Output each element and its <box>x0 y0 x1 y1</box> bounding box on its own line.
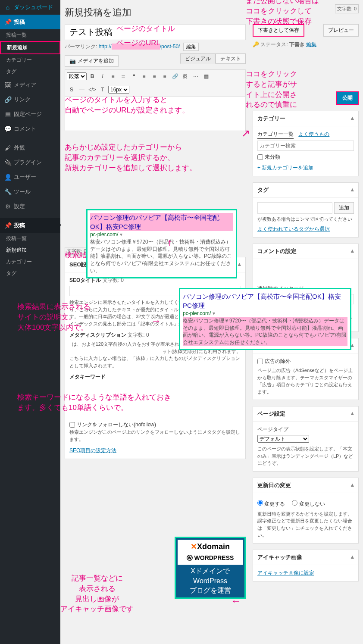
seo-help-link[interactable]: SEO項目の設定方法 <box>69 447 116 453</box>
collapse-icon[interactable]: ▴ <box>351 481 354 489</box>
italic-button[interactable]: I <box>98 72 107 81</box>
ad-exclude-checkbox[interactable]: 広告の除外 <box>257 358 354 365</box>
ul-button[interactable]: ≡ <box>108 72 118 81</box>
wordcount-badge: 文字数: 0 <box>335 4 359 13</box>
collapse-icon[interactable]: ▴ <box>351 553 354 561</box>
sidebar-category[interactable]: カテゴリー <box>0 54 60 66</box>
unlink-button[interactable]: ⛓ <box>181 72 190 81</box>
banner: ✕Xdomainⓦ WORDPRESS Xドメインで WordPress ブログ… <box>175 537 246 599</box>
add-category-link[interactable]: + 新規カテゴリーを追加 <box>257 165 313 171</box>
quote-button[interactable]: ❝ <box>129 72 138 81</box>
date-change-radio[interactable]: 変更する <box>257 500 285 508</box>
eyecatch-set-link[interactable]: アイキャッチ画像に設定 <box>257 570 314 576</box>
sidebar-posts-2[interactable]: 📌投稿 <box>0 218 60 233</box>
pagetype-hint: このページの表示状態を設定します。「本文のみ」表示はランディングページ（LP）な… <box>257 445 354 467</box>
tag-input[interactable] <box>257 202 332 214</box>
permalink-edit-button[interactable]: 編集 <box>183 43 199 51</box>
metakw-label: メタキーワード <box>69 373 241 381</box>
format-select[interactable]: 段落 <box>67 72 87 80</box>
hr-button[interactable]: — <box>77 85 87 94</box>
date-settings-box: 更新日の変更▴ 変更する 変更しない 更新日時を変更するかどうかを設定します。誤… <box>253 478 359 544</box>
sidebar-tag-2[interactable]: タグ <box>0 268 60 279</box>
page-settings-box: ページ設定▴ ページタイプ デフォルト このページの表示状態を設定します。「本文… <box>253 406 359 472</box>
collapse-icon[interactable]: ▴ <box>351 410 354 418</box>
status-edit-link[interactable]: 編集 <box>306 41 316 47</box>
tag-box: タグ▴ 追加 が複数ある場合はコンマで区切ってください よく使われているタグから… <box>253 182 359 238</box>
collapse-icon[interactable]: ▴ <box>351 247 354 255</box>
sidebar-dashboard[interactable]: ⌂ダッシュボード <box>0 0 60 15</box>
post-title-input[interactable] <box>65 24 246 40</box>
pin-icon: 📌 <box>4 222 11 229</box>
align-center-button[interactable]: ≡ <box>150 72 159 81</box>
sidebar-posts-new[interactable]: 新規追加 <box>0 41 60 54</box>
pagetype-select[interactable]: デフォルト <box>257 435 309 443</box>
comment-icon: 💬 <box>4 125 11 132</box>
collapse-icon[interactable]: ▴ <box>238 261 241 269</box>
seo-wordcount: 文字数: 0 <box>65 247 88 255</box>
plugin-icon: 🔌 <box>4 159 11 166</box>
sidebar-tag[interactable]: タグ <box>0 66 60 78</box>
nofollow-checkbox[interactable]: リンクをフォローしない(nofollow) <box>69 421 241 428</box>
page-heading: 新規投稿を追加 <box>65 6 359 19</box>
brush-icon: 🖌 <box>4 144 11 151</box>
metadesc-hint2: こちらに入力しない場合は、「抜粋」に入力したものがメタディスクリプションとして挿… <box>69 355 241 369</box>
code-button[interactable]: </> <box>88 85 97 94</box>
dashboard-icon: ⌂ <box>4 4 11 11</box>
cat-uncategorized[interactable]: 未分類 <box>257 153 354 161</box>
sidebar-media[interactable]: 🖼メディア <box>0 78 60 92</box>
date-keep-radio[interactable]: 変更しない <box>292 500 325 508</box>
sidebar-plugins[interactable]: 🔌プラグイン <box>0 155 60 170</box>
more-button[interactable]: ⋯ <box>191 72 200 81</box>
seo-preview-1: パソコン修理のパソピア【高松市〜全国宅配OK】格安PC修理 pc-pier.co… <box>86 209 237 278</box>
cat-tab-freq[interactable]: よく使うもの <box>298 131 329 137</box>
publish-button[interactable]: 公開 <box>336 91 359 105</box>
sidebar-posts-new-2[interactable]: 新規追加 <box>0 244 60 256</box>
user-icon: 👤 <box>4 174 11 181</box>
toggle-button[interactable]: ▦ <box>201 72 211 81</box>
sidebar-appearance[interactable]: 🖌外観 <box>0 141 60 155</box>
tag-add-button[interactable]: 追加 <box>334 202 354 214</box>
sidebar-posts[interactable]: 📌投稿 <box>0 15 60 29</box>
sidebar-users[interactable]: 👤ユーザー <box>0 170 60 184</box>
collapse-icon[interactable]: ▴ <box>351 115 354 122</box>
collapse-icon[interactable]: ▴ <box>351 342 354 350</box>
save-draft-button[interactable]: 下書きとして保存 <box>253 24 304 37</box>
sidebar-category-2[interactable]: カテゴリー <box>0 256 60 268</box>
sidebar-settings[interactable]: ⚙設定 <box>0 199 60 214</box>
sidebar-comments[interactable]: 💬コメント <box>0 122 60 136</box>
sidebar-posts-list-2[interactable]: 投稿一覧 <box>0 233 60 244</box>
arrow-icon: ↗ <box>241 127 250 139</box>
add-media-button[interactable]: 📷メディアを追加 <box>65 55 119 67</box>
cat-tab-all[interactable]: カテゴリー一覧 <box>257 131 294 139</box>
bold-button[interactable]: B <box>88 72 97 81</box>
sidebar-link[interactable]: 🔗リンク <box>0 92 60 107</box>
seo-preview-2: パソコン修理のパソピア【高松市〜全国宅配OK】格安PC修理 pc-pier.co… <box>179 288 351 350</box>
align-right-button[interactable]: ≡ <box>160 72 169 81</box>
strike-button[interactable]: S <box>67 85 76 94</box>
gear-icon: ⚙ <box>4 203 11 210</box>
ol-button[interactable]: ≣ <box>119 72 128 81</box>
eyecatch-box: アイキャッチ画像▴ アイキャッチ画像に設定 <box>253 550 359 581</box>
arrow-icon: → <box>151 315 161 327</box>
category-box: カテゴリー▴ カテゴリー一覧 よく使うもの 未分類 + 新規カテゴリーを追加 <box>253 111 359 176</box>
fontsize-select[interactable]: 16px <box>108 86 129 94</box>
tag-choose-link[interactable]: よく使われているタグから選択 <box>257 226 330 232</box>
content-editor[interactable] <box>65 97 246 131</box>
link-icon: 🔗 <box>4 96 11 103</box>
tab-text[interactable]: テキスト <box>216 53 246 64</box>
align-left-button[interactable]: ≡ <box>139 72 149 81</box>
category-search[interactable] <box>257 141 354 151</box>
tab-visual[interactable]: ビジュアル <box>180 53 216 64</box>
collapse-icon[interactable]: ▴ <box>351 186 354 194</box>
preview-button[interactable]: プレビュー <box>323 24 359 37</box>
link-button[interactable]: 🔗 <box>170 72 180 81</box>
sidebar-tools[interactable]: 🔧ツール <box>0 184 60 199</box>
pages-icon: ▤ <box>4 111 11 118</box>
editor-toolbar-2: S — </> T 16px <box>65 83 246 97</box>
sidebar-posts-list[interactable]: 投稿一覧 <box>0 29 60 41</box>
wrench-icon: 🔧 <box>4 188 11 195</box>
camera-icon: 📷 <box>69 58 76 64</box>
text-button[interactable]: T <box>98 85 107 94</box>
sidebar-pages[interactable]: ▤固定ページ <box>0 107 60 122</box>
permalink-url[interactable]: http:// /post-50/ <box>99 44 180 50</box>
